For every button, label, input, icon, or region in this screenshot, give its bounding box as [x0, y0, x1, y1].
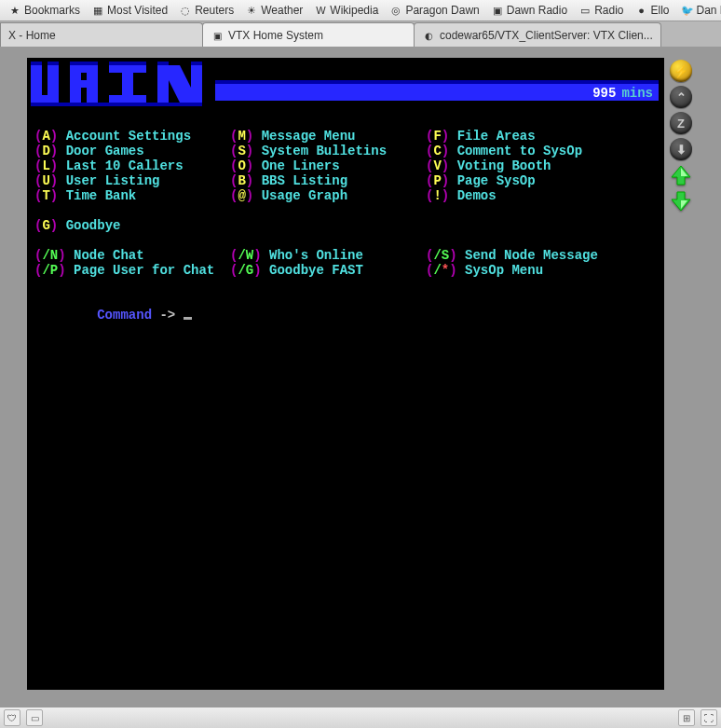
time-remaining: 995mins	[592, 86, 653, 101]
bookmark-ello[interactable]: ●Ello	[631, 3, 674, 18]
bookmark-icon: ◎	[389, 4, 402, 17]
bookmark-icon: ☀	[245, 4, 258, 17]
tab-favicon-icon: ◐	[422, 29, 435, 42]
terminal-side-controls: ⚡⌃Z⬇	[670, 58, 694, 213]
menu-item-goodbye[interactable]: (G) Goodbye	[34, 218, 120, 233]
menu-item-usage-graph[interactable]: (@) Usage Graph	[230, 188, 347, 203]
bookmark-dan-mecklenbur-[interactable]: 🐦Dan Mecklenbur...	[676, 3, 721, 18]
tab-vtx-home-system[interactable]: ▣VTX Home System	[202, 22, 415, 48]
bookmark-radio[interactable]: ▭Radio	[574, 3, 628, 18]
status-screen-icon[interactable]: ▭	[26, 709, 43, 726]
tab-favicon-icon: ▣	[211, 29, 224, 42]
menu-item-one-liners[interactable]: (O) One Liners	[230, 158, 340, 173]
bookmark-icon: ▣	[491, 4, 504, 17]
tab-bar: X - Home▣VTX Home System◐codewar65/VTX_C…	[0, 21, 721, 48]
svg-rect-14	[31, 62, 42, 65]
bookmark-dawn-radio[interactable]: ▣Dawn Radio	[486, 3, 572, 18]
bookmark-toolbar: ★Bookmarks▦Most Visited◌Reuters☀WeatherW…	[0, 0, 721, 21]
browser-status-bar: 🛡 ▭ ⊞ ⛶	[0, 707, 721, 728]
svg-rect-2	[31, 95, 59, 103]
main-menu: (A) Account Settings(M) Message Menu(F) …	[29, 129, 662, 278]
svg-rect-13	[31, 103, 202, 106]
menu-item-account-settings[interactable]: (A) Account Settings	[34, 129, 191, 144]
caret-up-icon[interactable]: ⌃	[670, 86, 692, 108]
menu-item-last-10-callers[interactable]: (L) Last 10 Callers	[34, 158, 184, 173]
menu-item-time-bank[interactable]: (T) Time Bank	[34, 188, 136, 203]
svg-rect-15	[48, 62, 59, 65]
bookmark-bookmarks[interactable]: ★Bookmarks	[4, 3, 85, 18]
menu-item-door-games[interactable]: (D) Door Games	[34, 144, 144, 158]
svg-rect-9	[109, 95, 146, 103]
big-down-arrow-icon[interactable]	[670, 190, 692, 213]
menu-item-comment-to-sysop[interactable]: (C) Comment to SysOp	[426, 144, 582, 158]
bookmark-icon: ★	[8, 4, 21, 17]
bookmark-icon: 🐦	[681, 4, 694, 17]
bookmark-icon: W	[314, 4, 327, 17]
svg-rect-16	[70, 62, 98, 65]
command-prompt[interactable]: Command ->	[29, 293, 662, 337]
cursor-icon	[184, 317, 192, 320]
header-bar: 995mins	[215, 62, 662, 110]
bookmark-paragon-dawn[interactable]: ◎Paragon Dawn	[385, 3, 483, 18]
status-fullscreen-icon[interactable]: ⛶	[701, 709, 717, 726]
download-icon[interactable]: ⬇	[670, 138, 692, 160]
svg-rect-11	[191, 65, 202, 103]
menu-item-send-node-message[interactable]: (/S) Send Node Message	[426, 248, 598, 263]
menu-item-goodbye-fast[interactable]: (/G) Goodbye FAST	[230, 263, 363, 278]
svg-rect-5	[70, 65, 98, 73]
tab-x-home[interactable]: X - Home	[0, 22, 203, 48]
menu-item-user-listing[interactable]: (U) User Listing	[34, 173, 159, 188]
status-zoom-icon[interactable]: ⊞	[678, 709, 695, 726]
bookmark-icon: ▭	[578, 4, 592, 17]
menu-item-page-sysop[interactable]: (P) Page SysOp	[426, 173, 536, 188]
svg-rect-17	[109, 62, 146, 65]
svg-rect-18	[157, 62, 169, 65]
menu-item-demos[interactable]: (!) Demos	[426, 188, 497, 203]
tab-codewar65-vtx-clientserv[interactable]: ◐codewar65/VTX_ClientServer: VTX Clien..…	[414, 22, 661, 48]
menu-item-system-bulletins[interactable]: (S) System Bulletins	[230, 144, 387, 158]
bookmark-most-visited[interactable]: ▦Most Visited	[87, 3, 172, 18]
svg-rect-10	[157, 65, 169, 103]
svg-marker-12	[169, 65, 191, 103]
page-viewport: 995mins (A) Account Settings(M) Message …	[0, 47, 721, 707]
menu-item-page-user-for-chat[interactable]: (/P) Page User for Chat	[34, 263, 214, 278]
menu-item-node-chat[interactable]: (/N) Node Chat	[34, 248, 144, 263]
bookmark-icon: ●	[635, 4, 648, 17]
svg-rect-19	[191, 62, 202, 65]
menu-item-message-menu[interactable]: (M) Message Menu	[230, 129, 355, 144]
menu-item-file-areas[interactable]: (F) File Areas	[426, 129, 536, 144]
bbs-terminal[interactable]: 995mins (A) Account Settings(M) Message …	[27, 58, 664, 690]
menu-item-sysop-menu[interactable]: (/*) SysOp Menu	[426, 263, 543, 278]
menu-item-who-s-online[interactable]: (/W) Who's Online	[230, 248, 363, 263]
menu-item-bbs-listing[interactable]: (B) BBS Listing	[230, 173, 347, 188]
main-logo	[29, 62, 215, 110]
ansi-header: 995mins	[29, 62, 662, 110]
bookmark-weather[interactable]: ☀Weather	[240, 3, 307, 18]
bookmark-icon: ▦	[91, 4, 104, 17]
menu-item-voting-booth[interactable]: (V) Voting Booth	[426, 158, 551, 173]
bookmark-reuters[interactable]: ◌Reuters	[174, 3, 238, 18]
status-shield-icon[interactable]: 🛡	[4, 709, 20, 726]
svg-rect-6	[78, 80, 89, 88]
big-up-arrow-icon[interactable]	[670, 164, 692, 186]
bookmark-wikipedia[interactable]: WWikipedia	[309, 3, 383, 18]
bookmark-icon: ◌	[179, 4, 192, 17]
bolt-icon[interactable]: ⚡	[670, 60, 692, 82]
home-z-icon[interactable]: Z	[670, 112, 692, 134]
